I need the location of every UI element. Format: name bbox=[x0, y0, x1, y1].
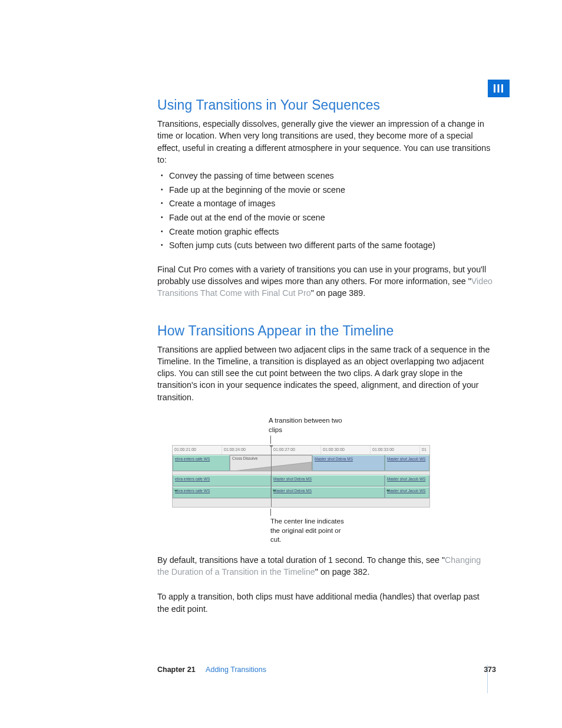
text: " on page 382. bbox=[315, 567, 370, 577]
heading-how-transitions-appear: How Transitions Appear in the Timeline bbox=[157, 323, 493, 339]
clip-label: Master shot Debra MS bbox=[273, 477, 312, 481]
list-item: Create motion graphic effects bbox=[158, 225, 493, 239]
tick: 01:00:33:00 bbox=[371, 446, 420, 454]
clip-a-v1: ebra enters cafe WS bbox=[173, 455, 230, 471]
page-footer: Chapter 21 Adding Transitions 373 bbox=[157, 666, 496, 674]
callout-bottom: The center line indicates the original e… bbox=[270, 517, 353, 545]
stereo-marks-icon: ▾▾ bbox=[273, 488, 275, 492]
list-item: Fade out at the end of the movie or scen… bbox=[158, 211, 493, 225]
callout-rule bbox=[270, 436, 271, 444]
stereo-marks-icon: ▾▾ bbox=[174, 488, 177, 492]
handles-paragraph: To apply a transition, both clips must h… bbox=[157, 591, 493, 615]
page-content: Using Transitions in Your Sequences Tran… bbox=[157, 97, 493, 617]
page-number: 373 bbox=[484, 666, 496, 674]
list-item: Soften jump cuts (cuts between two diffe… bbox=[158, 239, 493, 253]
clip-b-a2: ▾▾ Master shot Debra MS bbox=[271, 487, 385, 498]
list-item: Convey the passing of time between scene… bbox=[158, 169, 493, 183]
text: " on page 389. bbox=[311, 288, 366, 298]
callout-top: A transition between two clips bbox=[269, 416, 351, 434]
tick: 01:00:24:00 bbox=[222, 446, 272, 454]
intro-paragraph: Transitions, especially dissolves, gener… bbox=[157, 118, 493, 166]
audio-track-1: ebra enters cafe WS Master shot Debra MS… bbox=[173, 475, 429, 487]
timeline: 01:00:21:00 01:00:24:00 01:00:27:00 01:0… bbox=[172, 445, 430, 508]
clip-label: ebra enters cafe WS bbox=[175, 457, 210, 461]
clip-label: ebra enters cafe WS bbox=[175, 477, 210, 481]
tick: 01 bbox=[420, 446, 429, 454]
track-gap bbox=[173, 499, 429, 507]
uses-list: Convey the passing of time between scene… bbox=[158, 169, 493, 252]
callout-rule bbox=[270, 509, 271, 516]
clip-a-a1: ebra enters cafe WS bbox=[173, 475, 271, 486]
clip-c-a2: ▾▾ Master shot Jacob WS bbox=[385, 487, 429, 498]
clip-b-v1: Master shot Debra MS bbox=[312, 455, 385, 471]
chapter-title: Adding Transitions bbox=[206, 666, 266, 674]
clip-c-a1: Master shot Jacob WS bbox=[385, 475, 429, 486]
section-tab: III bbox=[488, 80, 510, 97]
appearance-paragraph: Transitions are applied between two adja… bbox=[157, 344, 493, 403]
clip-label: ebra enters cafe WS bbox=[175, 489, 210, 493]
chapter-number: Chapter 21 bbox=[157, 666, 196, 674]
variety-paragraph: Final Cut Pro comes with a variety of tr… bbox=[157, 263, 493, 299]
list-item: Fade up at the beginning of the movie or… bbox=[158, 183, 493, 197]
timeline-figure: A transition between two clips 01:00:21:… bbox=[172, 416, 493, 545]
tick: 01:00:30:00 bbox=[321, 446, 371, 454]
clip-label: Master shot Debra MS bbox=[273, 489, 312, 493]
audio-track-2: ▾▾ ebra enters cafe WS ▾▾ Master shot De… bbox=[173, 487, 429, 499]
duration-paragraph: By default, transitions have a total dur… bbox=[157, 554, 493, 578]
text: By default, transitions have a total dur… bbox=[157, 555, 445, 565]
time-ruler: 01:00:21:00 01:00:24:00 01:00:27:00 01:0… bbox=[173, 446, 429, 455]
clip-c-v1: Master shot Jacob WS bbox=[385, 455, 429, 471]
stereo-marks-icon: ▾▾ bbox=[386, 488, 389, 492]
clip-b-a1: Master shot Debra MS bbox=[271, 475, 385, 486]
list-item: Create a montage of images bbox=[158, 197, 493, 211]
video-track-1: ebra enters cafe WS Cross Dissolve Maste… bbox=[173, 455, 429, 472]
clip-label: Master shot Debra MS bbox=[315, 457, 353, 461]
clip-label: Master shot Jacob WS bbox=[387, 477, 425, 481]
text: Final Cut Pro comes with a variety of tr… bbox=[157, 265, 486, 286]
clip-label: Master shot Jacob WS bbox=[387, 457, 425, 461]
clip-label: Master shot Jacob WS bbox=[387, 489, 425, 493]
tick: 01:00:21:00 bbox=[173, 446, 222, 454]
tick: 01:00:27:00 bbox=[272, 446, 321, 454]
playhead bbox=[271, 446, 272, 507]
clip-a-a2: ▾▾ ebra enters cafe WS bbox=[173, 487, 271, 498]
heading-using-transitions: Using Transitions in Your Sequences bbox=[157, 97, 493, 113]
